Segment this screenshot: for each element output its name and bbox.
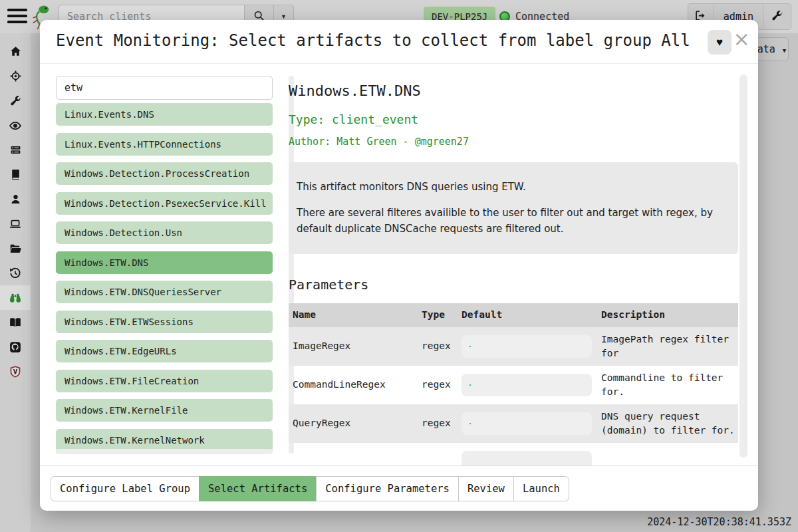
artifact-list-panel: Linux.Events.DNSLinux.Events.HTTPConnect… — [56, 76, 294, 454]
wizard-step-launch[interactable]: Launch — [513, 476, 569, 501]
parameter-default-cell: . — [458, 412, 597, 435]
modal-body: Linux.Events.DNSLinux.Events.HTTPConnect… — [40, 64, 758, 466]
next-row-clipped — [289, 451, 738, 459]
artifact-list-item[interactable]: Windows.ETW.DNS — [56, 251, 273, 274]
parameter-row: QueryRegexregex.DNS query request (domai… — [289, 404, 738, 443]
wizard-footer: Configure Label GroupSelect ArtifactsCon… — [40, 466, 758, 511]
artifact-list-item[interactable]: Windows.ETW.ETWSessions — [56, 311, 273, 333]
column-header: Default — [458, 308, 597, 322]
artifact-description-box: This artifact monitors DNS queries using… — [289, 162, 738, 254]
artifact-list-item[interactable]: Windows.ETW.DNSQueriesServer — [56, 281, 273, 303]
parameter-row: ImageRegexregex.ImagePath regex filter f… — [289, 327, 738, 366]
modal-title: Event Monitoring: Select artifacts to co… — [56, 31, 690, 50]
parameter-name: ImageRegex — [289, 339, 418, 353]
artifact-list-item[interactable]: Windows.Detection.ProcessCreation — [56, 162, 273, 185]
velociraptor-app: ▼ DEV-PLP25J Connected admin — [0, 0, 798, 532]
parameter-name: CommandLineRegex — [289, 378, 418, 392]
artifact-filter-input[interactable] — [56, 76, 273, 100]
parameter-type: regex — [418, 378, 458, 392]
artifact-list-item[interactable]: Windows.Detection.Usn — [56, 221, 273, 244]
artifact-list-item[interactable]: Windows.ETW.KernelNetwork — [56, 429, 273, 452]
parameter-default-value[interactable]: . — [462, 412, 592, 435]
artifact-list-item[interactable]: Windows.Detection.PsexecService.Kill — [56, 192, 273, 215]
parameter-default-value-partial — [462, 451, 592, 466]
parameter-default-value[interactable]: . — [462, 335, 592, 358]
wizard-step-configure-label-group[interactable]: Configure Label Group — [51, 476, 200, 501]
parameter-default-cell: . — [458, 335, 597, 358]
close-modal-button[interactable]: × — [733, 28, 750, 51]
artifact-list-item[interactable]: Linux.Events.HTTPConnections — [56, 133, 273, 156]
column-header: Description — [597, 308, 738, 322]
parameters-heading: Parameters — [289, 277, 738, 293]
wizard-step-select-artifacts[interactable]: Select Artifacts — [199, 476, 317, 501]
column-header: Type — [418, 308, 458, 322]
parameter-default-cell: . — [458, 374, 597, 396]
artifact-author-line: Author: Matt Green - @mgreen27 — [289, 136, 738, 148]
artifact-detail-panel: Windows.ETW.DNS Type: client_event Autho… — [289, 64, 738, 466]
wizard-step-configure-parameters[interactable]: Configure Parameters — [316, 476, 459, 501]
parameter-description: Commandline to filter for. — [597, 371, 738, 399]
parameter-row: CommandLineRegexregex.Commandline to fil… — [289, 366, 738, 404]
artifact-list-item[interactable]: Windows.ETW.EdgeURLs — [56, 340, 273, 362]
artifact-name-title: Windows.ETW.DNS — [289, 82, 738, 99]
column-header: Name — [289, 308, 418, 322]
event-monitoring-modal: Event Monitoring: Select artifacts to co… — [40, 20, 758, 511]
parameter-description: ImagePath regex filter for — [597, 332, 738, 360]
description-paragraph: There are several filteres availible to … — [297, 205, 729, 237]
modal-header: Event Monitoring: Select artifacts to co… — [40, 20, 758, 64]
wizard-step-review[interactable]: Review — [458, 476, 514, 501]
artifact-list-item[interactable]: Windows.ETW.FileCreation — [56, 370, 273, 392]
parameters-table-header: NameTypeDefaultDescription — [289, 303, 738, 327]
detail-panel-scrollbar[interactable] — [739, 74, 747, 458]
close-icon: × — [733, 27, 749, 51]
parameter-name: QueryRegex — [289, 416, 418, 430]
artifact-list-item[interactable]: Windows.ETW.KernelFile — [56, 399, 273, 422]
artifact-list: Linux.Events.DNSLinux.Events.HTTPConnect… — [56, 103, 273, 458]
heart-icon: ♥ — [716, 36, 723, 49]
parameter-type: regex — [418, 339, 458, 353]
parameters-table: NameTypeDefaultDescriptionImageRegexrege… — [289, 303, 738, 459]
favorite-button[interactable]: ♥ — [708, 30, 732, 55]
artifact-list-item[interactable]: Linux.Events.DNS — [56, 103, 273, 126]
artifact-type-line: Type: client_event — [289, 112, 738, 126]
parameter-description: DNS query request (domain) to filter for… — [597, 410, 738, 438]
parameter-type: regex — [418, 416, 458, 430]
parameter-default-value[interactable]: . — [462, 374, 592, 396]
description-paragraph: This artifact monitors DNS queries using… — [297, 180, 729, 195]
artifact-list-horizontal-scrollbar[interactable] — [56, 449, 273, 454]
